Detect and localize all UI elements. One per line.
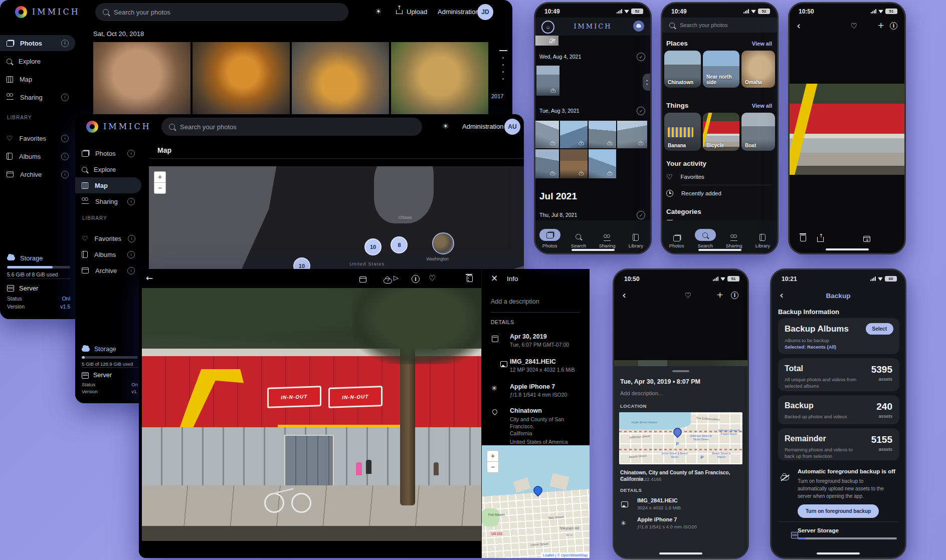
photo-thumbnail[interactable] [535, 36, 558, 46]
sidebar-item-map[interactable]: Map [0, 71, 75, 87]
info-icon[interactable]: i [128, 235, 135, 242]
info-icon[interactable]: i [61, 94, 69, 101]
info-icon[interactable]: i [61, 135, 69, 142]
detail-location[interactable]: Chinatown City and County of San Francis… [510, 407, 585, 445]
select-group-icon[interactable] [637, 107, 645, 115]
photo-thumbnail[interactable] [560, 149, 588, 178]
nav-photos[interactable]: Photos [537, 229, 563, 248]
sidebar-item-archive[interactable]: Archive i [0, 166, 75, 182]
sidebar-item-favorites[interactable]: Favorites i [75, 230, 141, 246]
search-input[interactable]: Search your photos [95, 3, 348, 21]
activity-favorites[interactable]: Favorites [666, 173, 704, 181]
photo-thumbnail[interactable] [535, 149, 559, 178]
select-group-icon[interactable] [637, 53, 645, 61]
photo-sliver[interactable] [614, 360, 747, 366]
upload-button[interactable]: Upload [396, 8, 427, 16]
info-icon[interactable]: i [127, 267, 135, 274]
select-group-icon[interactable] [637, 211, 645, 219]
nav-library[interactable]: Library [623, 234, 649, 248]
sidebar-item-sharing[interactable]: Sharing i [75, 193, 141, 209]
activity-recently-added[interactable]: Recently added [666, 190, 721, 197]
search-input[interactable]: Search your photos [161, 118, 422, 136]
thing-card[interactable]: Banana [664, 113, 701, 151]
theme-toggle-icon[interactable] [442, 122, 449, 131]
favorite-icon[interactable] [851, 22, 857, 31]
map-photo-marker[interactable] [432, 232, 454, 254]
photo-thumbnail[interactable] [391, 42, 488, 118]
archive-icon[interactable] [359, 276, 366, 283]
thing-card[interactable]: Boat [741, 113, 775, 151]
back-icon[interactable] [780, 289, 784, 301]
nav-sharing[interactable]: Sharing [721, 236, 747, 248]
nav-search[interactable]: Search [565, 234, 592, 248]
info-icon[interactable]: i [61, 171, 69, 178]
photo-thumbnail[interactable] [560, 121, 588, 148]
sidebar-item-map[interactable]: Map [75, 177, 141, 193]
more-options-icon[interactable] [465, 273, 472, 283]
sidebar-item-explore[interactable]: Explore [0, 53, 75, 69]
detail-sheet[interactable]: Tue, Apr 30, 2019 • 8:07 PM Add descript… [614, 366, 747, 557]
place-card[interactable]: Omaha [741, 51, 775, 88]
foreground-backup-button[interactable]: Turn on foreground backup [798, 504, 879, 518]
sidebar-item-photos[interactable]: Photos i [75, 145, 141, 161]
info-icon[interactable]: i [127, 251, 135, 258]
photo-viewer[interactable]: IN-N-OUT IN-N-OUT [142, 288, 481, 541]
description-input[interactable]: Add a description [491, 298, 539, 305]
sidebar-item-favorites[interactable]: Favorites i [0, 130, 75, 146]
back-icon[interactable] [622, 289, 626, 301]
sidebar-item-archive[interactable]: Archive i [75, 262, 141, 278]
info-icon[interactable] [731, 292, 738, 299]
description-input[interactable]: Add description... [620, 390, 663, 396]
map-zoom-in-button[interactable]: + [154, 171, 166, 182]
info-icon[interactable]: i [127, 198, 135, 205]
close-info-icon[interactable] [491, 273, 498, 283]
nav-sharing[interactable]: Sharing [594, 236, 620, 248]
info-minimap[interactable]: + − Fort Mason US 101 Bay Street Union S… [482, 445, 590, 558]
avatar[interactable]: JD [477, 4, 493, 20]
photo-thumbnail[interactable] [589, 149, 616, 178]
minimap-zoom-in-button[interactable]: + [487, 450, 499, 461]
map-zoom-out-button[interactable]: − [154, 182, 166, 194]
cloud-download-icon[interactable] [384, 278, 392, 284]
immich-face-icon[interactable]: ☺ [541, 21, 554, 34]
select-button[interactable]: Select [866, 323, 893, 335]
info-icon[interactable] [890, 22, 897, 30]
sheet-drag-handle[interactable] [672, 370, 689, 372]
photo-thumbnail[interactable] [535, 121, 559, 148]
timeline-scroll-handle[interactable]: ▲▼ [643, 74, 651, 91]
favorite-icon[interactable] [429, 273, 436, 283]
share-icon[interactable] [817, 237, 824, 242]
info-icon[interactable]: i [61, 153, 69, 160]
administration-link[interactable]: Administration [438, 8, 479, 16]
place-card[interactable]: Near north side [703, 51, 739, 88]
avatar[interactable]: AU [504, 119, 520, 135]
back-icon[interactable] [146, 273, 153, 283]
nav-library[interactable]: Library [749, 234, 776, 248]
add-icon[interactable] [717, 290, 723, 300]
archive-icon[interactable] [863, 236, 870, 242]
info-icon[interactable] [412, 275, 420, 283]
nav-search[interactable]: Search [692, 229, 718, 248]
map-cluster-marker[interactable]: 8 [391, 236, 408, 253]
sidebar-item-explore[interactable]: Explore [75, 161, 141, 177]
nav-photos[interactable]: Photos [664, 235, 690, 248]
photo-thumbnail[interactable] [536, 66, 559, 96]
places-view-all[interactable]: View all [752, 41, 772, 47]
sidebar-item-albums[interactable]: Albums i [75, 246, 141, 262]
place-card[interactable]: Chinatown [664, 51, 701, 88]
mobile-search-bar[interactable]: Search your photos [662, 18, 777, 33]
minimap-attribution[interactable]: Leaflet | © OpenStreetMap [541, 552, 590, 558]
administration-link[interactable]: Administration [462, 123, 503, 130]
photo-thumbnail[interactable] [617, 121, 647, 148]
sidebar-item-photos[interactable]: Photos i [0, 35, 75, 51]
profile-upload-icon[interactable] [633, 21, 644, 32]
trash-icon[interactable] [800, 235, 806, 241]
sidebar-item-albums[interactable]: Albums i [0, 148, 75, 164]
photo-thumbnail[interactable] [193, 42, 290, 118]
slideshow-icon[interactable] [394, 274, 399, 282]
theme-toggle-icon[interactable] [375, 7, 382, 16]
location-map[interactable]: Hyde Street Harbor The Embarcadero Jeffe… [619, 412, 742, 464]
photo-thumbnail[interactable] [292, 42, 389, 118]
info-icon[interactable]: i [127, 150, 135, 157]
things-view-all[interactable]: View all [752, 103, 772, 109]
